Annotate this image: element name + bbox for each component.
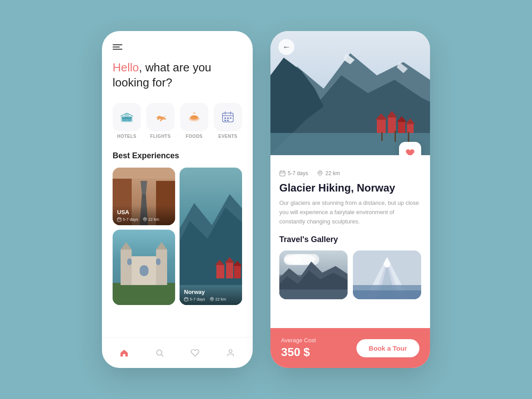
nav-home[interactable] — [114, 343, 134, 363]
experience-norway[interactable]: Norway 5-7 days — [180, 168, 242, 305]
flights-icon-box — [146, 103, 175, 131]
svg-rect-49 — [121, 250, 132, 285]
detail-content: 5-7 days 22 km Glacier Hiking, Norway Ou… — [270, 155, 430, 328]
gallery-image-1[interactable] — [279, 250, 348, 299]
events-icon-box — [214, 103, 242, 131]
greeting-text: Hello, what are you looking for? — [113, 60, 242, 90]
flights-label: FLIGHTS — [150, 134, 171, 139]
svg-rect-76 — [280, 171, 285, 176]
nav-search[interactable] — [150, 343, 169, 363]
norway-card-name: Norway — [184, 289, 238, 295]
svg-rect-18 — [224, 120, 226, 121]
foods-label: FOODS — [186, 134, 203, 139]
detail-meta: 5-7 days 22 km — [279, 170, 421, 176]
svg-rect-54 — [127, 258, 132, 265]
bottom-bar: Average Cost 350 $ Book a Tour — [270, 328, 430, 368]
category-flights[interactable]: FLIGHTS — [146, 103, 175, 139]
usa-card-name: USA — [117, 209, 171, 215]
svg-rect-71 — [407, 124, 414, 133]
svg-rect-85 — [279, 289, 348, 299]
svg-rect-75 — [408, 132, 409, 142]
detail-title: Glacier Hiking, Norway — [279, 182, 421, 194]
norway-days: 5-7 days — [184, 297, 205, 301]
svg-rect-73 — [381, 132, 383, 141]
svg-point-8 — [129, 117, 130, 118]
hotels-label: HOTELS — [117, 134, 137, 139]
usa-days: 5-7 days — [117, 217, 138, 222]
back-button[interactable]: ← — [278, 39, 294, 55]
days-text: 5-7 days — [288, 170, 308, 176]
foods-icon-box — [180, 103, 208, 131]
svg-rect-53 — [140, 265, 149, 276]
svg-rect-16 — [227, 117, 229, 119]
hotels-icon-box — [113, 103, 141, 131]
cost-label: Average Cost — [281, 337, 316, 344]
svg-rect-19 — [227, 120, 229, 121]
svg-point-45 — [211, 298, 212, 299]
svg-rect-26 — [117, 218, 121, 221]
experience-grid: USA 5-7 days — [113, 168, 242, 305]
svg-rect-69 — [398, 122, 405, 133]
gallery-title: Travel's Gallery — [279, 235, 421, 244]
gallery-grid — [279, 250, 421, 299]
svg-rect-92 — [353, 290, 421, 299]
nav-favorites[interactable] — [185, 343, 205, 363]
categories-row: HOTELS FLIGHTS — [113, 103, 242, 139]
category-hotels[interactable]: HOTELS — [113, 103, 141, 139]
favorite-button[interactable] — [399, 142, 421, 155]
svg-rect-47 — [113, 283, 175, 305]
nav-profile[interactable] — [221, 343, 240, 363]
svg-point-56 — [156, 350, 162, 355]
svg-point-30 — [144, 218, 145, 219]
svg-point-80 — [319, 172, 321, 174]
bottom-nav — [102, 337, 253, 368]
svg-rect-35 — [226, 263, 233, 278]
detail-distance: 22 km — [317, 170, 340, 176]
svg-rect-65 — [377, 120, 386, 133]
svg-rect-67 — [388, 117, 396, 133]
cost-info: Average Cost 350 $ — [281, 337, 316, 359]
detail-description: Our glaciers are stunning from a distanc… — [279, 199, 421, 226]
svg-rect-25 — [113, 168, 175, 179]
svg-rect-17 — [230, 117, 231, 119]
gallery-image-2[interactable] — [353, 250, 421, 299]
category-events[interactable]: EVENTS — [214, 103, 242, 139]
menu-icon[interactable] — [113, 44, 122, 50]
svg-point-58 — [229, 349, 232, 352]
svg-point-7 — [123, 117, 125, 118]
svg-rect-41 — [184, 297, 188, 301]
svg-point-82 — [285, 256, 302, 265]
svg-rect-50 — [156, 250, 167, 285]
cost-value: 350 $ — [281, 345, 316, 359]
experience-castle[interactable] — [113, 230, 175, 305]
svg-rect-36 — [234, 266, 241, 278]
svg-rect-4 — [125, 113, 129, 116]
hero-image: ← — [270, 31, 430, 155]
svg-rect-55 — [156, 258, 160, 265]
svg-line-57 — [161, 354, 164, 356]
events-label: EVENTS — [218, 134, 237, 139]
norway-distance: 22 km — [210, 297, 227, 301]
experiences-section-title: Best Experiences — [113, 151, 242, 160]
detail-days: 5-7 days — [279, 170, 308, 176]
hello-text: Hello — [113, 61, 139, 74]
category-foods[interactable]: FOODS — [180, 103, 208, 139]
svg-point-11 — [191, 115, 198, 119]
usa-distance: 22 km — [143, 217, 160, 222]
experience-usa[interactable]: USA 5-7 days — [113, 168, 175, 225]
right-phone: ← 5-7 days — [270, 31, 430, 368]
svg-rect-34 — [216, 265, 224, 278]
svg-rect-74 — [395, 131, 396, 142]
svg-rect-15 — [224, 117, 226, 119]
left-phone: Hello, what are you looking for? — [102, 31, 253, 368]
distance-text: 22 km — [325, 170, 340, 176]
book-tour-button[interactable]: Book a Tour — [356, 339, 419, 357]
